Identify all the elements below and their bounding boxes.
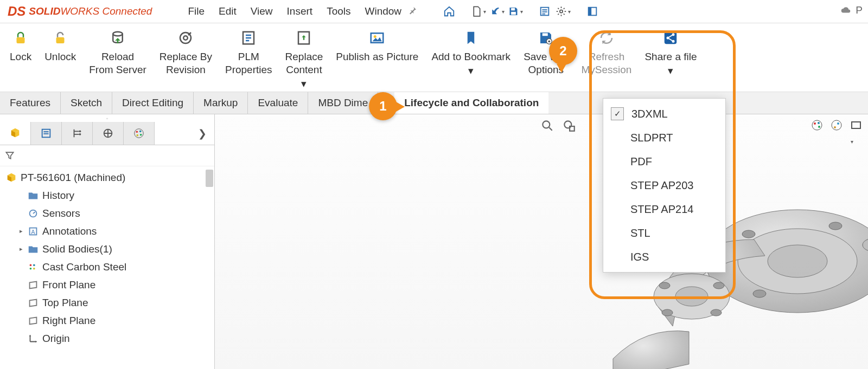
folder-icon (27, 243, 39, 255)
expand-panel-icon[interactable]: ❯ (155, 127, 214, 140)
settings-icon[interactable] (556, 4, 571, 19)
tree-root[interactable]: PT-561601 (Machined) (0, 169, 214, 186)
part-icon (5, 172, 17, 184)
svg-point-46 (834, 126, 836, 128)
svg-point-43 (818, 122, 820, 124)
menu-insert[interactable]: Insert (287, 5, 313, 17)
zoom-area-icon[interactable] (562, 119, 576, 133)
save-icon[interactable] (508, 4, 523, 19)
tab-lifecycle-collaboration[interactable]: Lifecycle and Collaboration (394, 92, 548, 114)
plane-icon (27, 279, 39, 291)
svg-point-56 (713, 282, 724, 289)
tab-sketch[interactable]: Sketch (61, 92, 112, 114)
tree-item-sensors[interactable]: Sensors (0, 204, 214, 222)
appearance-tab[interactable] (124, 122, 155, 145)
share-option-3dxml[interactable]: ✓3DXML (603, 102, 725, 126)
user-status[interactable]: P (839, 4, 863, 16)
share-option-step214[interactable]: STEP AP214 (603, 197, 725, 221)
reload-button[interactable]: ReloadFrom Server (82, 28, 153, 76)
plm-properties-button[interactable]: PLMProperties (219, 28, 279, 76)
lock-button[interactable]: Lock (3, 28, 38, 63)
tree-item-top-plane[interactable]: Top Plane (0, 294, 214, 312)
tree-filter[interactable] (0, 145, 214, 166)
tab-features[interactable]: Features (0, 92, 61, 114)
checked-icon: ✓ (611, 107, 624, 120)
tab-mbd-dimensions[interactable]: MBD Dime (308, 92, 378, 114)
tree-item-annotations[interactable]: ▸AAnnotations (0, 222, 214, 240)
menu-edit[interactable]: Edit (219, 5, 237, 17)
svg-rect-48 (852, 122, 860, 128)
share-option-pdf[interactable]: PDF (603, 150, 725, 173)
svg-point-42 (814, 122, 816, 125)
display-style-icon[interactable] (850, 119, 863, 132)
replace-content-button[interactable]: ReplaceContent▾ (279, 28, 330, 90)
tree-item-history[interactable]: History (0, 186, 214, 204)
refresh-mysession-button[interactable]: RefreshMySession (575, 28, 639, 76)
properties-icon[interactable] (537, 4, 552, 19)
refresh-icon (598, 28, 615, 48)
tab-direct-editing[interactable]: Direct Editing (112, 92, 194, 114)
svg-point-35 (33, 264, 35, 266)
tree-item-origin[interactable]: Origin (0, 329, 214, 347)
heads-up-view-toolbar (540, 119, 576, 133)
svg-point-39 (564, 121, 571, 128)
svg-rect-15 (542, 33, 548, 36)
graphics-area[interactable]: ✓3DXML SLDPRT PDF STEP AP203 STEP AP214 … (215, 114, 868, 369)
sensors-icon (27, 208, 39, 219)
tab-markup[interactable]: Markup (194, 92, 248, 114)
tree-item-front-plane[interactable]: Front Plane (0, 276, 214, 294)
menu-file[interactable]: File (188, 5, 205, 17)
tree-item-material[interactable]: Cast Carbon Steel (0, 258, 214, 276)
svg-point-14 (374, 35, 376, 38)
add-bookmark-button[interactable]: Add to Bookmark▾ (425, 28, 517, 77)
svg-rect-6 (17, 37, 25, 43)
share-option-sldprt[interactable]: SLDPRT (603, 126, 725, 150)
tree-item-right-plane[interactable]: Right Plane (0, 312, 214, 329)
svg-point-17 (548, 40, 551, 42)
svg-point-51 (768, 245, 827, 277)
callout-1: 1 (369, 92, 397, 120)
replace-revision-button[interactable]: Replace ByRevision (153, 28, 219, 76)
svg-rect-1 (511, 12, 516, 15)
share-icon (662, 28, 679, 48)
open-icon[interactable] (489, 4, 505, 19)
svg-text:A: A (31, 228, 35, 235)
share-option-stl[interactable]: STL (603, 221, 725, 245)
svg-point-3 (560, 10, 563, 12)
appearance-palette-icon[interactable] (810, 119, 824, 132)
feature-tree-tab[interactable] (0, 122, 31, 145)
svg-point-30 (136, 134, 138, 137)
svg-point-34 (30, 264, 32, 266)
new-file-icon[interactable] (471, 4, 486, 19)
title-bar: DS SOLIDWORKS Connected File Edit View I… (0, 0, 868, 23)
svg-point-28 (139, 131, 142, 133)
panel-tabs: ❯ (0, 122, 214, 145)
callout-2: 2 (549, 37, 577, 65)
publish-picture-button[interactable]: Publish as Picture (329, 28, 425, 63)
share-option-step203[interactable]: STEP AP203 (603, 173, 725, 197)
menu-view[interactable]: View (251, 5, 273, 17)
panel-handle-icon[interactable]: ◦ (0, 114, 214, 122)
replace-revision-icon (177, 28, 194, 48)
home-icon[interactable] (442, 4, 457, 19)
share-option-igs[interactable]: IGS (603, 245, 725, 269)
origin-icon (27, 333, 39, 345)
svg-point-37 (33, 267, 35, 269)
unlock-button[interactable]: Unlock (38, 28, 82, 63)
share-a-file-button[interactable]: Share a file▾ (638, 28, 703, 77)
app-name: SOLIDWORKS Connected (29, 5, 152, 17)
menu-window[interactable]: Window (365, 5, 401, 17)
annotations-icon: A (27, 225, 39, 237)
pin-icon[interactable] (408, 5, 418, 18)
scene-icon[interactable] (830, 119, 843, 132)
tab-evaluate[interactable]: Evaluate (248, 92, 308, 114)
panel-icon[interactable] (585, 4, 600, 19)
tree-scrollbar[interactable] (206, 170, 213, 187)
tree-item-solid-bodies[interactable]: ▸Solid Bodies(1) (0, 240, 214, 258)
property-manager-tab[interactable] (31, 122, 62, 145)
dim-expert-tab[interactable] (93, 122, 124, 145)
configuration-tab[interactable] (62, 122, 93, 145)
zoom-fit-icon[interactable] (540, 119, 554, 133)
svg-point-55 (659, 282, 670, 289)
menu-tools[interactable]: Tools (327, 5, 350, 17)
